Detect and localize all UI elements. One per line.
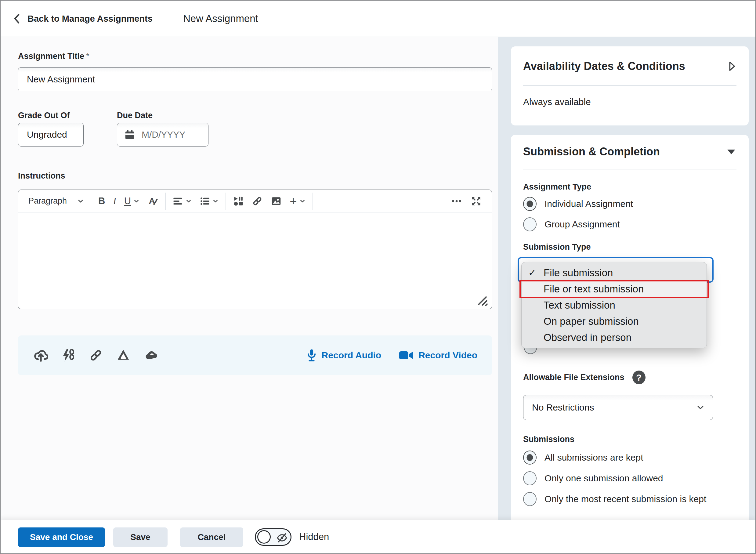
page-title: New Assignment xyxy=(183,1,258,37)
italic-button[interactable]: I xyxy=(109,192,120,210)
option-file-or-text-submission[interactable]: File or text submission xyxy=(522,281,707,297)
submission-type-dropdown-menu: ✓ File submission File or text submissio… xyxy=(521,262,707,348)
radio-label: Group Assignment xyxy=(544,219,620,229)
submission-title: Submission & Completion xyxy=(523,145,660,158)
due-date-input[interactable] xyxy=(141,129,202,140)
grade-value: Ungraded xyxy=(27,129,67,140)
list-dropdown[interactable] xyxy=(196,192,223,210)
radio-button[interactable] xyxy=(523,492,536,506)
availability-header[interactable]: Availability Dates & Conditions xyxy=(523,46,737,73)
back-to-manage-assignments-button[interactable]: Back to Manage Assignments xyxy=(13,1,153,37)
assignment-title-label: Assignment Title* xyxy=(18,52,90,61)
help-icon[interactable]: ? xyxy=(632,371,645,384)
back-label: Back to Manage Assignments xyxy=(27,14,153,24)
submission-header[interactable]: Submission & Completion xyxy=(523,145,737,158)
align-dropdown[interactable] xyxy=(169,192,196,210)
fullscreen-icon[interactable] xyxy=(467,192,485,210)
app-window: Back to Manage Assignments New Assignmen… xyxy=(0,0,756,554)
calendar-icon xyxy=(124,129,135,141)
toolbar-divider xyxy=(165,192,166,210)
underline-dropdown[interactable]: U xyxy=(120,192,143,210)
availability-status: Always available xyxy=(523,97,737,107)
instructions-label: Instructions xyxy=(18,171,65,181)
bold-button[interactable]: B xyxy=(94,192,109,210)
attachments-bar: Record Audio Record Video xyxy=(18,335,492,375)
radio-all-submissions-kept[interactable]: All submissions are kept xyxy=(523,450,643,464)
cancel-button[interactable]: Cancel xyxy=(180,528,243,547)
more-actions-button[interactable] xyxy=(447,192,467,210)
radio-only-one-submission[interactable]: Only one submission allowed xyxy=(523,471,663,485)
chevron-down-icon xyxy=(186,198,192,204)
toolbar-divider xyxy=(91,192,91,210)
record-audio-button[interactable]: Record Audio xyxy=(306,348,382,362)
grade-out-of-button[interactable]: Ungraded xyxy=(18,123,83,147)
availability-title: Availability Dates & Conditions xyxy=(523,60,685,73)
option-label: Observed in person xyxy=(522,332,632,343)
upload-file-button[interactable] xyxy=(34,348,48,362)
card-divider xyxy=(523,169,737,169)
insert-more-dropdown[interactable]: + xyxy=(286,192,309,210)
caret-right-icon xyxy=(727,60,737,72)
onedrive-icon[interactable] xyxy=(144,348,159,362)
assignment-form: Assignment Title* Grade Out Of Due Date … xyxy=(1,37,498,520)
submission-type-label: Submission Type xyxy=(523,242,591,252)
editor-toolbar: Paragraph B I U xyxy=(18,190,492,212)
card-divider xyxy=(523,86,737,86)
instructions-textarea[interactable] xyxy=(18,212,492,309)
toggle-knob[interactable] xyxy=(257,530,271,544)
radio-button[interactable] xyxy=(523,217,536,231)
option-label: Text submission xyxy=(522,299,615,311)
radio-label: All submissions are kept xyxy=(544,452,643,463)
save-and-close-button[interactable]: Save and Close xyxy=(18,528,105,547)
due-date-label: Due Date xyxy=(117,111,153,120)
availability-card: Availability Dates & Conditions Always a… xyxy=(511,46,749,125)
allowable-file-extensions-label: Allowable File Extensions xyxy=(523,373,625,382)
record-audio-label: Record Audio xyxy=(322,350,382,361)
radio-button-selected[interactable] xyxy=(523,450,536,464)
option-observed-in-person[interactable]: Observed in person xyxy=(522,329,707,345)
allowable-file-extensions-row: Allowable File Extensions ? xyxy=(523,371,645,384)
microphone-icon xyxy=(306,348,317,362)
chevron-down-icon xyxy=(696,403,705,412)
resize-handle[interactable] xyxy=(477,295,488,307)
insert-link-button[interactable] xyxy=(248,192,267,210)
underline-label: U xyxy=(124,196,131,207)
radio-button-selected[interactable] xyxy=(523,197,536,211)
paragraph-format-dropdown[interactable]: Paragraph xyxy=(24,192,88,210)
radio-group-assignment[interactable]: Group Assignment xyxy=(523,217,620,231)
option-on-paper-submission[interactable]: On paper submission xyxy=(522,313,707,329)
hidden-toggle[interactable] xyxy=(255,529,291,546)
plus-icon: + xyxy=(290,196,297,206)
option-file-submission[interactable]: ✓ File submission xyxy=(522,265,707,281)
eye-slash-icon xyxy=(276,533,288,543)
record-video-button[interactable]: Record Video xyxy=(399,350,477,361)
google-drive-icon[interactable] xyxy=(116,348,130,362)
required-asterisk: * xyxy=(86,52,90,61)
file-extensions-value: No Restrictions xyxy=(532,402,594,413)
save-button[interactable]: Save xyxy=(113,528,168,547)
option-label: File or text submission xyxy=(522,283,644,295)
top-header: Back to Manage Assignments New Assignmen… xyxy=(1,1,755,37)
content-area: Assignment Title* Grade Out Of Due Date … xyxy=(1,37,755,520)
instructions-editor: Paragraph B I U xyxy=(18,189,492,309)
radio-most-recent-submission[interactable]: Only the most recent submission is kept xyxy=(523,492,706,506)
chevron-left-icon xyxy=(13,13,21,24)
file-extensions-select[interactable]: No Restrictions xyxy=(523,395,713,420)
insert-image-button[interactable] xyxy=(267,192,286,210)
assignment-title-input[interactable] xyxy=(18,67,492,91)
chevron-down-icon xyxy=(133,198,139,204)
insert-stuff-button[interactable] xyxy=(229,192,248,210)
toolbar-divider xyxy=(312,192,313,210)
radio-button[interactable] xyxy=(523,471,536,485)
option-text-submission[interactable]: Text submission xyxy=(522,297,707,313)
radio-individual-assignment[interactable]: Individual Assignment xyxy=(523,197,633,211)
due-date-field[interactable] xyxy=(117,123,209,147)
check-icon: ✓ xyxy=(528,267,536,278)
action-footer: Save and Close Save Cancel Hidden xyxy=(1,520,755,553)
attach-link-button[interactable] xyxy=(89,348,103,362)
font-color-button[interactable]: A xyxy=(143,192,162,210)
record-actions: Record Audio Record Video xyxy=(306,348,477,362)
attach-existing-activity-button[interactable] xyxy=(61,348,75,362)
chevron-down-icon xyxy=(213,198,219,204)
toolbar-divider xyxy=(226,192,226,210)
